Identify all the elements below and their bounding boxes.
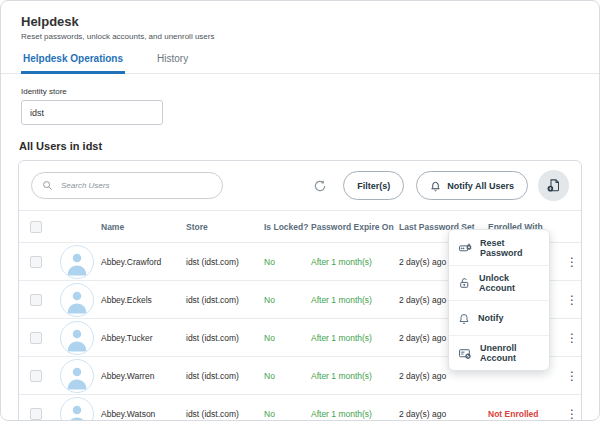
user-avatar-icon (60, 321, 94, 355)
cell-store: idst (idst.com) (186, 371, 264, 381)
row-context-menu: Reset Password Unlock Account Notify (448, 229, 550, 371)
notify-all-users-button[interactable]: Notify All Users (416, 171, 528, 200)
search-input[interactable] (59, 180, 212, 191)
bell-icon (458, 312, 470, 325)
cell-is-locked: No (264, 333, 311, 343)
notify-all-users-label: Notify All Users (447, 181, 514, 191)
menu-item-label: Unenroll Account (480, 343, 540, 363)
menu-item-notify[interactable]: Notify (449, 300, 549, 335)
refresh-icon[interactable] (313, 179, 327, 193)
cell-name: Abbey.Crawford (101, 257, 186, 267)
search-icon (42, 180, 53, 191)
cell-is-locked: No (264, 257, 311, 267)
column-header-store: Store (186, 222, 264, 232)
section-title: All Users in idst (19, 140, 599, 152)
export-report-icon[interactable] (538, 170, 569, 201)
tab-bar: Helpdesk Operations History (1, 51, 599, 74)
row-actions-kebab-icon[interactable]: ⋮ (564, 292, 580, 308)
row-actions-kebab-icon[interactable]: ⋮ (564, 406, 580, 421)
user-avatar-icon (60, 397, 94, 421)
menu-item-label: Notify (478, 313, 504, 323)
page-subtitle: Reset passwords, unlock accounts, and un… (21, 32, 599, 41)
cell-password-expire-on: After 1 month(s) (311, 409, 399, 419)
row-actions-kebab-icon[interactable]: ⋮ (564, 254, 580, 270)
cell-name: Abbey.Warren (101, 371, 186, 381)
table-row: Abbey.Watson idst (idst.com) No After 1 … (19, 394, 581, 421)
cell-store: idst (idst.com) (186, 295, 264, 305)
page-title: Helpdesk (21, 14, 599, 29)
row-actions-kebab-icon[interactable]: ⋮ (564, 330, 580, 346)
filters-button-label: Filter(s) (357, 181, 390, 191)
identity-store-label: Identity store (21, 87, 599, 96)
cell-name: Abbey.Tucker (101, 333, 186, 343)
menu-item-unlock-account[interactable]: Unlock Account (449, 265, 549, 300)
tab-history[interactable]: History (155, 51, 190, 73)
filters-button[interactable]: Filter(s) (343, 171, 404, 200)
unlock-icon (458, 277, 471, 290)
row-actions-kebab-icon[interactable]: ⋮ (564, 368, 580, 384)
search-box[interactable] (31, 172, 223, 199)
bell-icon (430, 180, 441, 192)
tab-helpdesk-operations[interactable]: Helpdesk Operations (21, 51, 125, 74)
cell-password-expire-on: After 1 month(s) (311, 333, 399, 343)
helpdesk-page: Helpdesk Reset passwords, unlock account… (0, 0, 600, 421)
row-checkbox[interactable] (30, 294, 42, 306)
reset-password-icon (458, 241, 472, 254)
cell-store: idst (idst.com) (186, 409, 264, 419)
cell-is-locked: No (264, 295, 311, 305)
cell-name: Abbey.Eckels (101, 295, 186, 305)
cell-enrolled-with: Not Enrolled (488, 409, 564, 419)
cell-password-expire-on: After 1 month(s) (311, 371, 399, 381)
identity-store-input[interactable] (21, 100, 163, 125)
menu-item-unenroll-account[interactable]: Unenroll Account (449, 335, 549, 370)
row-checkbox[interactable] (30, 256, 42, 268)
column-header-password-expire-on: Password Expire On (311, 222, 399, 232)
column-header-name: Name (101, 222, 186, 232)
cell-store: idst (idst.com) (186, 333, 264, 343)
cell-last-password-set: 2 day(s) ago (399, 371, 488, 381)
user-avatar-icon (60, 359, 94, 393)
cell-name: Abbey.Watson (101, 409, 186, 419)
menu-item-label: Unlock Account (479, 273, 540, 293)
menu-item-reset-password[interactable]: Reset Password (449, 230, 549, 265)
cell-is-locked: No (264, 409, 311, 419)
cell-last-password-set: 2 day(s) ago (399, 409, 488, 419)
row-checkbox[interactable] (30, 370, 42, 382)
cell-password-expire-on: After 1 month(s) (311, 257, 399, 267)
row-checkbox[interactable] (30, 332, 42, 344)
table-toolbar: Filter(s) Notify All Users (19, 161, 581, 211)
user-avatar-icon (60, 283, 94, 317)
unenroll-icon (458, 347, 472, 360)
row-checkbox[interactable] (30, 408, 42, 420)
select-all-checkbox[interactable] (30, 221, 42, 233)
cell-is-locked: No (264, 371, 311, 381)
user-avatar-icon (60, 245, 94, 279)
column-header-is-locked: Is Locked? (264, 222, 311, 232)
menu-item-label: Reset Password (480, 238, 540, 258)
cell-store: idst (idst.com) (186, 257, 264, 267)
cell-password-expire-on: After 1 month(s) (311, 295, 399, 305)
